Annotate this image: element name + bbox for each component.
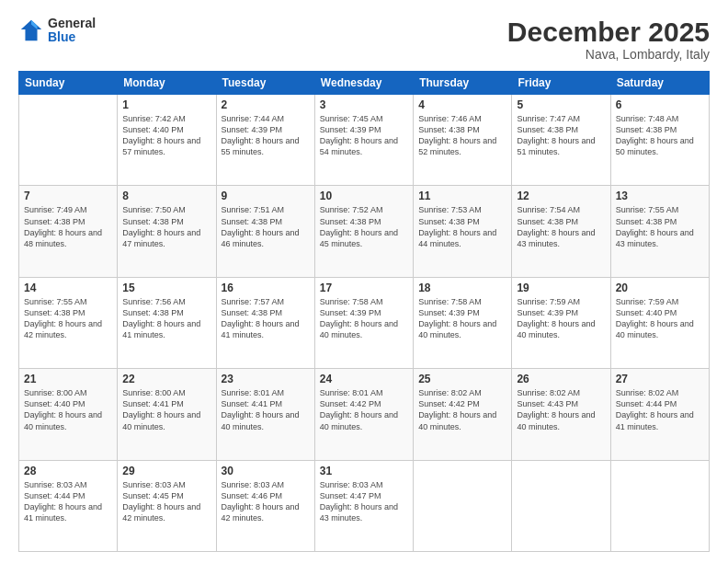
calendar-cell: 26Sunrise: 8:02 AMSunset: 4:43 PMDayligh… bbox=[512, 369, 610, 460]
day-number: 22 bbox=[122, 373, 210, 385]
col-header-monday: Monday bbox=[118, 72, 216, 95]
col-header-sunday: Sunday bbox=[19, 72, 118, 95]
day-number: 28 bbox=[24, 465, 112, 477]
calendar-cell: 27Sunrise: 8:02 AMSunset: 4:44 PMDayligh… bbox=[610, 369, 709, 460]
calendar-cell: 5Sunrise: 7:47 AMSunset: 4:38 PMDaylight… bbox=[512, 95, 610, 186]
day-number: 15 bbox=[122, 282, 210, 294]
calendar-cell bbox=[414, 460, 512, 551]
day-number: 10 bbox=[320, 190, 408, 202]
day-info: Sunrise: 8:03 AMSunset: 4:46 PMDaylight:… bbox=[222, 479, 310, 524]
calendar-cell: 17Sunrise: 7:58 AMSunset: 4:39 PMDayligh… bbox=[314, 277, 413, 368]
logo-blue-text: Blue bbox=[48, 30, 96, 44]
calendar-cell: 8Sunrise: 7:50 AMSunset: 4:38 PMDaylight… bbox=[118, 186, 216, 277]
calendar-cell bbox=[512, 460, 610, 551]
calendar-cell: 14Sunrise: 7:55 AMSunset: 4:38 PMDayligh… bbox=[19, 277, 118, 368]
day-info: Sunrise: 8:03 AMSunset: 4:44 PMDaylight:… bbox=[24, 479, 112, 524]
day-info: Sunrise: 7:56 AMSunset: 4:38 PMDaylight:… bbox=[122, 296, 210, 341]
calendar-cell: 25Sunrise: 8:02 AMSunset: 4:42 PMDayligh… bbox=[414, 369, 512, 460]
day-number: 11 bbox=[418, 190, 506, 202]
day-number: 23 bbox=[222, 373, 310, 385]
day-info: Sunrise: 7:46 AMSunset: 4:38 PMDaylight:… bbox=[418, 113, 506, 158]
day-info: Sunrise: 8:01 AMSunset: 4:41 PMDaylight:… bbox=[222, 387, 310, 432]
day-info: Sunrise: 7:59 AMSunset: 4:40 PMDaylight:… bbox=[616, 296, 704, 341]
calendar-cell: 29Sunrise: 8:03 AMSunset: 4:45 PMDayligh… bbox=[118, 460, 216, 551]
calendar-cell: 3Sunrise: 7:45 AMSunset: 4:39 PMDaylight… bbox=[314, 95, 413, 186]
calendar-cell: 28Sunrise: 8:03 AMSunset: 4:44 PMDayligh… bbox=[19, 460, 118, 551]
calendar-cell: 10Sunrise: 7:52 AMSunset: 4:38 PMDayligh… bbox=[314, 186, 413, 277]
col-header-wednesday: Wednesday bbox=[314, 72, 413, 95]
day-number: 12 bbox=[517, 190, 605, 202]
col-header-friday: Friday bbox=[512, 72, 610, 95]
calendar-cell: 4Sunrise: 7:46 AMSunset: 4:38 PMDaylight… bbox=[414, 95, 512, 186]
calendar-cell: 16Sunrise: 7:57 AMSunset: 4:38 PMDayligh… bbox=[216, 277, 314, 368]
col-header-saturday: Saturday bbox=[610, 72, 709, 95]
day-number: 5 bbox=[517, 98, 605, 111]
logo-text: General Blue bbox=[48, 17, 96, 45]
calendar-cell: 20Sunrise: 7:59 AMSunset: 4:40 PMDayligh… bbox=[610, 277, 709, 368]
calendar-cell: 18Sunrise: 7:58 AMSunset: 4:39 PMDayligh… bbox=[414, 277, 512, 368]
day-info: Sunrise: 8:02 AMSunset: 4:44 PMDaylight:… bbox=[616, 387, 704, 432]
day-info: Sunrise: 8:00 AMSunset: 4:41 PMDaylight:… bbox=[122, 387, 210, 432]
calendar-cell: 19Sunrise: 7:59 AMSunset: 4:39 PMDayligh… bbox=[512, 277, 610, 368]
calendar-cell: 24Sunrise: 8:01 AMSunset: 4:42 PMDayligh… bbox=[314, 369, 413, 460]
day-number: 13 bbox=[616, 190, 704, 202]
month-title: December 2025 bbox=[507, 17, 710, 47]
col-header-thursday: Thursday bbox=[414, 72, 512, 95]
day-info: Sunrise: 7:42 AMSunset: 4:40 PMDaylight:… bbox=[122, 113, 210, 158]
location: Nava, Lombardy, Italy bbox=[507, 47, 710, 62]
calendar-cell: 12Sunrise: 7:54 AMSunset: 4:38 PMDayligh… bbox=[512, 186, 610, 277]
calendar-cell: 9Sunrise: 7:51 AMSunset: 4:38 PMDaylight… bbox=[216, 186, 314, 277]
day-info: Sunrise: 8:02 AMSunset: 4:43 PMDaylight:… bbox=[517, 387, 605, 432]
day-number: 14 bbox=[24, 282, 112, 294]
day-number: 20 bbox=[616, 282, 704, 294]
week-row-0: 1Sunrise: 7:42 AMSunset: 4:40 PMDaylight… bbox=[19, 95, 710, 186]
day-number: 9 bbox=[222, 190, 310, 202]
week-row-3: 21Sunrise: 8:00 AMSunset: 4:40 PMDayligh… bbox=[19, 369, 710, 460]
day-info: Sunrise: 7:57 AMSunset: 4:38 PMDaylight:… bbox=[222, 296, 310, 341]
day-info: Sunrise: 8:03 AMSunset: 4:45 PMDaylight:… bbox=[122, 479, 210, 524]
day-info: Sunrise: 7:50 AMSunset: 4:38 PMDaylight:… bbox=[122, 204, 210, 249]
day-info: Sunrise: 7:44 AMSunset: 4:39 PMDaylight:… bbox=[222, 113, 310, 158]
calendar-cell: 22Sunrise: 8:00 AMSunset: 4:41 PMDayligh… bbox=[118, 369, 216, 460]
day-number: 30 bbox=[222, 465, 310, 477]
calendar-cell: 2Sunrise: 7:44 AMSunset: 4:39 PMDaylight… bbox=[216, 95, 314, 186]
day-number: 24 bbox=[320, 373, 408, 385]
calendar-cell: 1Sunrise: 7:42 AMSunset: 4:40 PMDaylight… bbox=[118, 95, 216, 186]
calendar-table: SundayMondayTuesdayWednesdayThursdayFrid… bbox=[18, 71, 710, 552]
day-info: Sunrise: 7:58 AMSunset: 4:39 PMDaylight:… bbox=[320, 296, 408, 341]
calendar-cell: 23Sunrise: 8:01 AMSunset: 4:41 PMDayligh… bbox=[216, 369, 314, 460]
day-info: Sunrise: 7:59 AMSunset: 4:39 PMDaylight:… bbox=[517, 296, 605, 341]
title-block: December 2025 Nava, Lombardy, Italy bbox=[507, 17, 710, 62]
day-info: Sunrise: 8:01 AMSunset: 4:42 PMDaylight:… bbox=[320, 387, 408, 432]
day-number: 27 bbox=[616, 373, 704, 385]
day-info: Sunrise: 8:00 AMSunset: 4:40 PMDaylight:… bbox=[24, 387, 112, 432]
day-info: Sunrise: 7:48 AMSunset: 4:38 PMDaylight:… bbox=[616, 113, 704, 158]
calendar-cell: 21Sunrise: 8:00 AMSunset: 4:40 PMDayligh… bbox=[19, 369, 118, 460]
calendar-cell: 13Sunrise: 7:55 AMSunset: 4:38 PMDayligh… bbox=[610, 186, 709, 277]
day-number: 21 bbox=[24, 373, 112, 385]
day-number: 6 bbox=[616, 98, 704, 111]
calendar-cell bbox=[610, 460, 709, 551]
week-row-1: 7Sunrise: 7:49 AMSunset: 4:38 PMDaylight… bbox=[19, 186, 710, 277]
day-info: Sunrise: 7:52 AMSunset: 4:38 PMDaylight:… bbox=[320, 204, 408, 249]
calendar-cell: 11Sunrise: 7:53 AMSunset: 4:38 PMDayligh… bbox=[414, 186, 512, 277]
day-number: 29 bbox=[122, 465, 210, 477]
day-info: Sunrise: 7:55 AMSunset: 4:38 PMDaylight:… bbox=[616, 204, 704, 249]
calendar-cell: 31Sunrise: 8:03 AMSunset: 4:47 PMDayligh… bbox=[314, 460, 413, 551]
day-number: 19 bbox=[517, 282, 605, 294]
day-info: Sunrise: 8:03 AMSunset: 4:47 PMDaylight:… bbox=[320, 479, 408, 524]
day-number: 7 bbox=[24, 190, 112, 202]
week-row-2: 14Sunrise: 7:55 AMSunset: 4:38 PMDayligh… bbox=[19, 277, 710, 368]
day-number: 17 bbox=[320, 282, 408, 294]
calendar-cell: 15Sunrise: 7:56 AMSunset: 4:38 PMDayligh… bbox=[118, 277, 216, 368]
col-header-tuesday: Tuesday bbox=[216, 72, 314, 95]
day-info: Sunrise: 7:55 AMSunset: 4:38 PMDaylight:… bbox=[24, 296, 112, 341]
day-number: 26 bbox=[517, 373, 605, 385]
page: General Blue December 2025 Nava, Lombard… bbox=[0, 0, 728, 563]
day-number: 8 bbox=[122, 190, 210, 202]
logo-icon bbox=[18, 17, 44, 43]
day-number: 4 bbox=[418, 98, 506, 111]
day-number: 31 bbox=[320, 465, 408, 477]
day-number: 16 bbox=[222, 282, 310, 294]
day-info: Sunrise: 7:54 AMSunset: 4:38 PMDaylight:… bbox=[517, 204, 605, 249]
